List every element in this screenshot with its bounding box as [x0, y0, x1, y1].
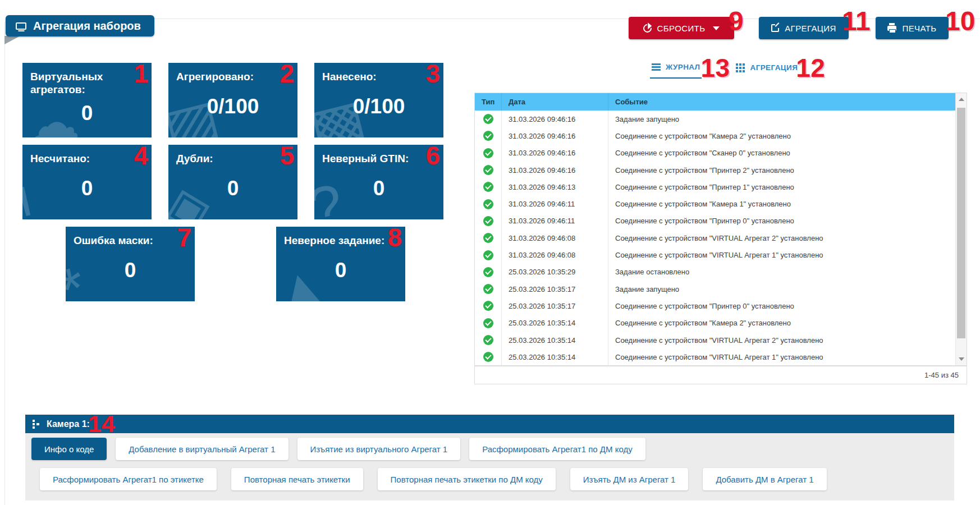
- tile-label: Ошибка маски:: [74, 234, 187, 247]
- port-icon: [33, 420, 35, 422]
- tile-label: Несчитано:: [30, 152, 144, 165]
- camera-action-button[interactable]: Расформировать Агрегат1 по этикетке: [40, 468, 217, 490]
- annotation-13: 13: [701, 55, 730, 81]
- log-row: 31.03.2026 09:46:16 Соединение с устройс…: [475, 162, 956, 178]
- log-row: 31.03.2026 09:46:13 Соединение с устройс…: [475, 178, 956, 195]
- annotation-9: 9: [729, 8, 744, 35]
- camera-section: Камера 1: 14 Инфо о кодеДобавление в вир…: [25, 415, 954, 501]
- annotation-11: 11: [842, 8, 871, 35]
- log-row: 25.03.2026 10:35:17 Задание запущено: [475, 281, 956, 297]
- tile-applied: ▩ Нанесено: 0/100 3: [314, 63, 443, 137]
- tile-value: 0: [284, 247, 397, 294]
- log-event: Соединение с устройством "Камера 2" уста…: [608, 319, 956, 327]
- tile-aggregated: ▨ Агрегировано: 0/100 2: [168, 63, 297, 137]
- tile-value: 0: [30, 96, 144, 130]
- log-event: Соединение с устройством "VIRTUAL Агрега…: [608, 353, 956, 361]
- camera-action-button[interactable]: Добавить ДМ в Агрегат 1: [703, 468, 826, 490]
- camera-action-button[interactable]: Изъятие из виртуального Агрегат 1: [297, 438, 461, 460]
- log-date: 31.03.2026 09:46:11: [502, 213, 608, 229]
- log-date: 25.03.2026 10:35:14: [502, 348, 608, 365]
- log-event: Соединение с устройством "Принтер 0" уст…: [608, 217, 956, 225]
- success-check-icon: [483, 318, 493, 328]
- log-event: Соединение с устройством "VIRTUAL Агрега…: [608, 251, 956, 259]
- success-check-icon: [483, 267, 493, 277]
- log-date: 31.03.2026 09:46:08: [502, 246, 608, 263]
- camera-action-button[interactable]: Расформировать Агрегат1 по ДМ коду: [469, 438, 645, 460]
- log-date: 31.03.2026 09:46:08: [502, 229, 608, 246]
- camera-action-button[interactable]: Повторная печать этикетки: [231, 468, 363, 490]
- tab-journal[interactable]: ЖУРНАЛ 13: [650, 63, 702, 79]
- log-rows: 31.03.2026 09:46:16 Задание запущено 31.…: [475, 111, 956, 365]
- tab-aggregation-label: АГРЕГАЦИЯ: [750, 63, 798, 72]
- tile-label: Нанесено:: [322, 70, 436, 83]
- log-event: Соединение с устройством "VIRTUAL Агрега…: [608, 234, 956, 242]
- log-panel: Тип Дата Событие 31.03.2026 09:46:16 Зад…: [474, 93, 967, 366]
- log-row: 25.03.2026 10:35:14 Соединение с устройс…: [475, 315, 956, 332]
- log-row: 31.03.2026 09:46:16 Соединение с устройс…: [475, 145, 956, 162]
- tile-label: Неверное задание:: [284, 234, 397, 247]
- log-event: Задание запущено: [608, 285, 956, 293]
- tile-annotation: 6: [425, 145, 440, 171]
- tile-annotation: 3: [425, 63, 440, 89]
- success-check-icon: [483, 352, 493, 362]
- tile-annotation: 4: [134, 145, 148, 171]
- camera-action-button[interactable]: Повторная печать этикетки по ДМ коду: [378, 468, 556, 490]
- log-scrollbar[interactable]: [955, 93, 967, 365]
- log-event: Задание остановлено: [608, 268, 956, 276]
- success-check-icon: [483, 182, 493, 192]
- log-row: 31.03.2026 09:46:08 Соединение с устройс…: [475, 229, 956, 246]
- scroll-up-button[interactable]: [956, 93, 967, 105]
- tile-label: Виртуальных агрегатов:: [30, 70, 144, 96]
- tile-annotation: 5: [280, 145, 294, 171]
- tab-journal-label: ЖУРНАЛ: [666, 63, 700, 71]
- log-date: 31.03.2026 09:46:16: [502, 162, 608, 178]
- camera-action-button[interactable]: Инфо о коде: [31, 438, 107, 460]
- log-row: 25.03.2026 10:35:29 Задание остановлено: [475, 264, 956, 281]
- column-header-date: Дата: [502, 93, 608, 111]
- tile-duplicates: ◈ Дубли: 0 5: [168, 145, 297, 219]
- tile-wrong-task: ▲ Неверное задание: 0 8: [276, 227, 405, 301]
- log-date: 31.03.2026 09:46:16: [502, 127, 608, 144]
- success-check-icon: [483, 335, 493, 345]
- success-check-icon: [483, 284, 493, 294]
- corner-fold: [4, 36, 20, 44]
- log-pagination: 1-45 из 45: [474, 366, 967, 384]
- scroll-down-icon: [959, 357, 964, 361]
- annotation-10: 10: [945, 8, 975, 35]
- tile-mask-error: * Ошибка маски: 0 7: [66, 227, 195, 301]
- log-event: Соединение с устройством "Принтер 0" уст…: [608, 302, 956, 310]
- log-event: Соединение с устройством "Принтер 2" уст…: [608, 166, 956, 175]
- success-check-icon: [483, 301, 493, 311]
- grid-icon: [736, 63, 738, 66]
- tile-wrong-gtin: ? Неверный GTIN: 0 6: [314, 145, 443, 219]
- log-header: Тип Дата Событие: [475, 93, 956, 111]
- camera-bar: Камера 1: 14: [25, 415, 954, 433]
- tile-label: Дубли:: [176, 152, 290, 165]
- camera-action-button[interactable]: Добавление в виртуальный Агрегат 1: [116, 438, 288, 460]
- annotation-14: 14: [88, 412, 115, 436]
- page-title-tab: Агрегация наборов: [6, 15, 154, 36]
- tile-unread: ! Несчитано: 0 4: [22, 145, 152, 219]
- scroll-down-button[interactable]: [956, 353, 967, 365]
- log-event: Соединение с устройством "Камера 2" уста…: [608, 132, 956, 140]
- camera-action-button[interactable]: Изъять ДМ из Агрегат 1: [570, 468, 689, 490]
- tile-annotation: 1: [134, 63, 148, 89]
- log-row: 31.03.2026 09:46:16 Соединение с устройс…: [475, 127, 956, 144]
- log-date: 31.03.2026 09:46:11: [502, 195, 608, 212]
- scroll-thumb[interactable]: [957, 108, 965, 338]
- log-date: 25.03.2026 10:35:14: [502, 332, 608, 348]
- log-date: 31.03.2026 09:46:16: [502, 111, 608, 127]
- log-row: 31.03.2026 09:46:16 Задание запущено: [475, 111, 956, 127]
- success-check-icon: [483, 165, 493, 175]
- annotation-12: 12: [796, 55, 825, 81]
- column-header-event: Событие: [608, 93, 956, 111]
- success-check-icon: [483, 216, 493, 226]
- camera-title: Камера 1:: [47, 419, 90, 429]
- tile-value: 0/100: [322, 83, 436, 130]
- column-header-type: Тип: [475, 93, 502, 111]
- log-row: 31.03.2026 09:46:11 Соединение с устройс…: [475, 195, 956, 212]
- success-check-icon: [483, 148, 493, 158]
- log-event: Соединение с устройством "Камера 1" уста…: [608, 200, 956, 208]
- tab-aggregation[interactable]: АГРЕГАЦИЯ 12: [734, 63, 799, 79]
- success-check-icon: [483, 114, 493, 124]
